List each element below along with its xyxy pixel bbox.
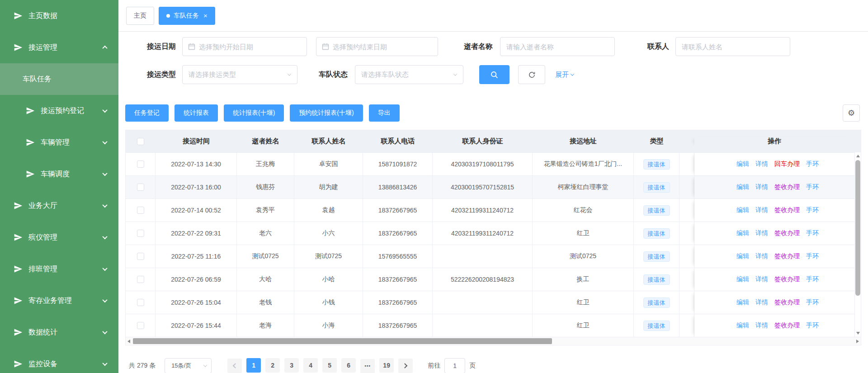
action-link[interactable]: 手环 bbox=[806, 183, 819, 191]
gear-icon: ⚙ bbox=[848, 108, 855, 118]
pager-page[interactable]: 5 bbox=[322, 358, 337, 373]
scroll-down-arrow-icon[interactable] bbox=[856, 332, 860, 335]
type-select[interactable]: 请选择接运类型 bbox=[182, 65, 297, 84]
action-link[interactable]: 签收办理 bbox=[774, 321, 800, 330]
action-link[interactable]: 编辑 bbox=[736, 298, 749, 307]
sidebar-item[interactable]: 车辆调度 bbox=[0, 158, 118, 190]
expand-link[interactable]: 展开 bbox=[555, 71, 574, 79]
deceased-input[interactable] bbox=[500, 37, 615, 56]
action-link[interactable]: 手环 bbox=[806, 321, 819, 330]
row-checkbox[interactable] bbox=[137, 161, 144, 168]
action-link[interactable]: 回车办理 bbox=[774, 160, 800, 168]
refresh-button[interactable] bbox=[518, 65, 545, 84]
vertical-scroll-thumb[interactable] bbox=[855, 160, 860, 296]
action-link[interactable]: 签收办理 bbox=[774, 206, 800, 214]
action-link[interactable]: 编辑 bbox=[736, 321, 749, 330]
action-link[interactable]: 编辑 bbox=[736, 206, 749, 214]
sidebar-item[interactable]: 业务大厅 bbox=[0, 190, 118, 222]
pager-page[interactable]: 2 bbox=[265, 358, 280, 373]
date-start-input[interactable] bbox=[182, 37, 307, 56]
date-end-input[interactable] bbox=[316, 37, 438, 56]
sidebar-item[interactable]: 接运预约登记 bbox=[0, 95, 118, 127]
page-size-select[interactable]: 15条/页 bbox=[165, 358, 212, 373]
sidebar-item[interactable]: 数据统计 bbox=[0, 316, 118, 348]
action-link[interactable]: 手环 bbox=[806, 229, 819, 237]
pager-ellipsis[interactable]: ••• bbox=[360, 359, 375, 373]
scroll-right-arrow-icon[interactable] bbox=[856, 340, 859, 343]
sidebar-item[interactable]: 车队任务 bbox=[0, 63, 118, 95]
action-link[interactable]: 详情 bbox=[755, 206, 768, 214]
scroll-up-arrow-icon[interactable] bbox=[856, 155, 860, 157]
horizontal-scrollbar[interactable] bbox=[126, 337, 861, 345]
toolbar-button[interactable]: 统计报表(十堰) bbox=[224, 104, 284, 122]
action-link[interactable]: 编辑 bbox=[736, 252, 749, 260]
cell-address: 测试0725 bbox=[533, 245, 634, 268]
sidebar-item[interactable]: 排班管理 bbox=[0, 253, 118, 285]
action-link[interactable]: 详情 bbox=[755, 321, 768, 330]
row-checkbox[interactable] bbox=[137, 207, 144, 214]
action-link[interactable]: 手环 bbox=[806, 206, 819, 214]
sidebar-item-label: 业务大厅 bbox=[28, 201, 57, 211]
column-settings-button[interactable]: ⚙ bbox=[843, 104, 860, 122]
date-end-field[interactable] bbox=[333, 43, 438, 51]
close-icon[interactable]: × bbox=[203, 12, 208, 19]
action-link[interactable]: 详情 bbox=[755, 183, 768, 191]
action-link[interactable]: 签收办理 bbox=[774, 183, 800, 191]
action-link[interactable]: 手环 bbox=[806, 298, 819, 307]
action-link[interactable]: 签收办理 bbox=[774, 275, 800, 283]
action-link[interactable]: 手环 bbox=[806, 160, 819, 168]
pager-page[interactable]: 6 bbox=[341, 358, 356, 373]
vertical-scrollbar[interactable] bbox=[854, 152, 861, 337]
action-link[interactable]: 手环 bbox=[806, 252, 819, 260]
row-checkbox[interactable] bbox=[137, 299, 144, 306]
pager-page[interactable]: 1 bbox=[246, 358, 261, 373]
toolbar-button[interactable]: 导出 bbox=[369, 104, 400, 122]
toolbar-button[interactable]: 统计报表 bbox=[175, 104, 218, 122]
status-select[interactable]: 请选择车队状态 bbox=[355, 65, 463, 84]
row-checkbox[interactable] bbox=[137, 322, 144, 329]
contact-field[interactable] bbox=[676, 43, 790, 51]
sidebar-item[interactable]: 接运管理 bbox=[0, 32, 118, 63]
action-link[interactable]: 编辑 bbox=[736, 275, 749, 283]
action-link[interactable]: 编辑 bbox=[736, 229, 749, 237]
action-link[interactable]: 详情 bbox=[755, 275, 768, 283]
select-all-checkbox[interactable] bbox=[137, 138, 144, 145]
sidebar-item[interactable]: 寄存业务管理 bbox=[0, 285, 118, 316]
row-checkbox[interactable] bbox=[137, 230, 144, 237]
action-link[interactable]: 手环 bbox=[806, 275, 819, 283]
action-link[interactable]: 详情 bbox=[755, 298, 768, 307]
tab-fleet-tasks[interactable]: 车队任务 × bbox=[159, 7, 215, 25]
sidebar-item[interactable]: 殡仪管理 bbox=[0, 222, 118, 253]
action-link[interactable]: 详情 bbox=[755, 252, 768, 260]
pager-page[interactable]: 3 bbox=[284, 358, 299, 373]
deceased-field[interactable] bbox=[500, 43, 614, 51]
search-button[interactable] bbox=[479, 65, 509, 84]
action-link[interactable]: 详情 bbox=[755, 160, 768, 168]
sidebar-item[interactable]: 主页数据 bbox=[0, 0, 118, 32]
action-link[interactable]: 签收办理 bbox=[774, 252, 800, 260]
sidebar-item[interactable]: 监控设备 bbox=[0, 348, 118, 373]
row-checkbox[interactable] bbox=[137, 276, 144, 283]
toolbar-button[interactable]: 预约统计报表(十堰) bbox=[290, 104, 363, 122]
tab-home[interactable]: 主页 bbox=[126, 7, 154, 25]
action-link[interactable]: 编辑 bbox=[736, 160, 749, 168]
row-checkbox[interactable] bbox=[137, 184, 144, 191]
horizontal-scroll-thumb[interactable] bbox=[133, 338, 552, 344]
pager-page[interactable]: 19 bbox=[379, 358, 394, 373]
contact-input[interactable] bbox=[675, 37, 790, 56]
date-start-field[interactable] bbox=[199, 43, 307, 51]
row-checkbox[interactable] bbox=[137, 253, 144, 260]
total-count: 共 279 条 bbox=[129, 362, 156, 370]
pager-next-button[interactable] bbox=[398, 359, 413, 373]
action-link[interactable]: 签收办理 bbox=[774, 298, 800, 307]
pager-prev-button[interactable] bbox=[227, 359, 242, 373]
toolbar-button[interactable]: 任务登记 bbox=[125, 104, 169, 122]
goto-page-input[interactable] bbox=[444, 358, 465, 373]
action-link[interactable]: 编辑 bbox=[736, 183, 749, 191]
scroll-left-arrow-icon[interactable] bbox=[127, 340, 130, 343]
send-icon bbox=[14, 328, 23, 337]
action-link[interactable]: 详情 bbox=[755, 229, 768, 237]
action-link[interactable]: 签收办理 bbox=[774, 229, 800, 237]
pager-page[interactable]: 4 bbox=[303, 358, 318, 373]
sidebar-item[interactable]: 车辆管理 bbox=[0, 127, 118, 158]
